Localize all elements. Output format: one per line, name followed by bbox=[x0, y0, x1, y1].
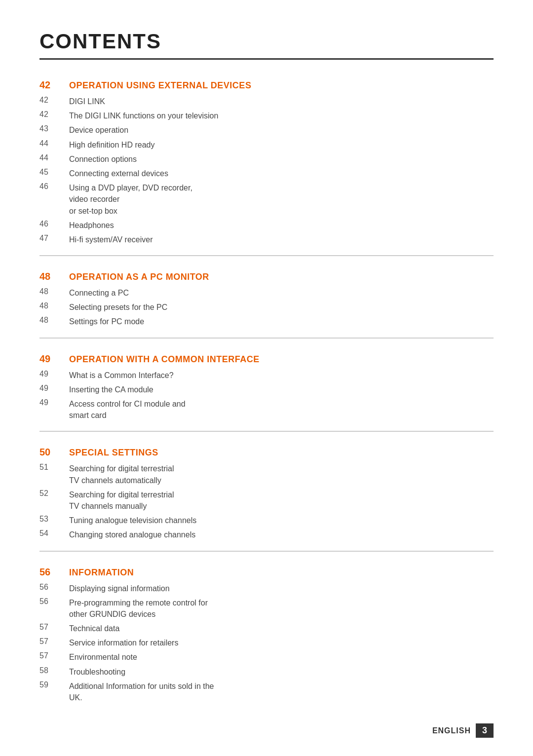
entry-number: 53 bbox=[39, 515, 59, 524]
entry-text: Connection options bbox=[69, 153, 137, 165]
entry-number: 56 bbox=[39, 583, 59, 592]
toc-entry: 51Searching for digital terrestrial TV c… bbox=[39, 463, 494, 486]
entry-number: 44 bbox=[39, 139, 59, 148]
section-number: 48 bbox=[39, 271, 59, 282]
toc-entry: 58Troubleshooting bbox=[39, 666, 494, 678]
entry-number: 56 bbox=[39, 597, 59, 606]
page-container: CONTENTS 42OPERATION USING EXTERNAL DEVI… bbox=[0, 0, 533, 756]
toc-entry: 56Pre-programming the remote control for… bbox=[39, 597, 494, 620]
entry-text: Searching for digital terrestrial TV cha… bbox=[69, 489, 174, 512]
toc-entry: 44High definition HD ready bbox=[39, 139, 494, 151]
section-title: OPERATION AS A PC MONITOR bbox=[69, 272, 209, 282]
entry-text: Service information for retailers bbox=[69, 637, 178, 648]
section-title: OPERATION WITH A COMMON INTERFACE bbox=[69, 354, 260, 365]
footer: ENGLISH 3 bbox=[432, 723, 494, 738]
page-title: CONTENTS bbox=[39, 30, 494, 60]
entry-text: Connecting a PC bbox=[69, 287, 129, 299]
entry-number: 57 bbox=[39, 637, 59, 646]
entry-text: High definition HD ready bbox=[69, 139, 154, 151]
section-section-common-interface: 49OPERATION WITH A COMMON INTERFACE49Wha… bbox=[39, 353, 494, 432]
toc-entries: 56Displaying signal information56Pre-pro… bbox=[39, 583, 494, 704]
toc-entry: 56Displaying signal information bbox=[39, 583, 494, 594]
toc-entry: 45Connecting external devices bbox=[39, 168, 494, 179]
entry-text: Hi-fi system/AV receiver bbox=[69, 234, 153, 245]
toc-entry: 57Service information for retailers bbox=[39, 637, 494, 648]
toc-entry: 52Searching for digital terrestrial TV c… bbox=[39, 489, 494, 512]
section-header: 48OPERATION AS A PC MONITOR bbox=[39, 271, 494, 282]
section-number: 50 bbox=[39, 447, 59, 458]
entry-number: 42 bbox=[39, 96, 59, 105]
section-header: 56INFORMATION bbox=[39, 567, 494, 578]
section-section-external-devices: 42OPERATION USING EXTERNAL DEVICES42DIGI… bbox=[39, 79, 494, 256]
footer-language: ENGLISH bbox=[432, 726, 471, 735]
section-number: 56 bbox=[39, 567, 59, 578]
entry-number: 44 bbox=[39, 153, 59, 162]
entry-number: 46 bbox=[39, 182, 59, 191]
entry-number: 49 bbox=[39, 398, 59, 407]
toc-entries: 51Searching for digital terrestrial TV c… bbox=[39, 463, 494, 540]
entry-text: Selecting presets for the PC bbox=[69, 302, 167, 313]
toc-entry: 53Tuning analogue television channels bbox=[39, 515, 494, 526]
entry-number: 48 bbox=[39, 316, 59, 325]
entry-number: 42 bbox=[39, 110, 59, 119]
entry-text: Access control for CI module and smart c… bbox=[69, 398, 186, 421]
toc-entry: 43Device operation bbox=[39, 124, 494, 136]
entry-number: 54 bbox=[39, 529, 59, 538]
entry-number: 52 bbox=[39, 489, 59, 498]
section-section-information: 56INFORMATION56Displaying signal informa… bbox=[39, 567, 494, 704]
section-number: 49 bbox=[39, 353, 59, 365]
entry-text: Changing stored analogue channels bbox=[69, 529, 195, 540]
section-header: 42OPERATION USING EXTERNAL DEVICES bbox=[39, 79, 494, 91]
entry-text: Settings for PC mode bbox=[69, 316, 144, 327]
entry-text: Device operation bbox=[69, 124, 128, 136]
footer-page-number: 3 bbox=[476, 723, 494, 738]
toc-entry: 49Access control for CI module and smart… bbox=[39, 398, 494, 421]
toc-entry: 42The DIGI LINK functions on your televi… bbox=[39, 110, 494, 121]
entry-number: 43 bbox=[39, 124, 59, 133]
section-title: OPERATION USING EXTERNAL DEVICES bbox=[69, 80, 251, 91]
entry-text: Pre-programming the remote control for o… bbox=[69, 597, 208, 620]
toc-entry: 49What is a Common Interface? bbox=[39, 370, 494, 381]
entry-number: 48 bbox=[39, 302, 59, 310]
toc-entry: 57Technical data bbox=[39, 623, 494, 634]
entry-text: Troubleshooting bbox=[69, 666, 125, 678]
section-title: SPECIAL SETTINGS bbox=[69, 448, 158, 458]
entry-number: 59 bbox=[39, 680, 59, 689]
entry-number: 46 bbox=[39, 220, 59, 228]
toc-entry: 46Using a DVD player, DVD recorder, vide… bbox=[39, 182, 494, 217]
entry-text: Searching for digital terrestrial TV cha… bbox=[69, 463, 174, 486]
toc-entry: 54Changing stored analogue channels bbox=[39, 529, 494, 540]
entry-number: 58 bbox=[39, 666, 59, 675]
toc-entry: 48Settings for PC mode bbox=[39, 316, 494, 327]
entry-text: Environmental note bbox=[69, 651, 137, 663]
section-number: 42 bbox=[39, 79, 59, 91]
toc-entry: 42DIGI LINK bbox=[39, 96, 494, 107]
toc-entries: 42DIGI LINK42The DIGI LINK functions on … bbox=[39, 96, 494, 245]
section-divider bbox=[39, 431, 494, 432]
entry-number: 49 bbox=[39, 370, 59, 378]
entry-text: Headphones bbox=[69, 220, 114, 231]
toc-entry: 47Hi-fi system/AV receiver bbox=[39, 234, 494, 245]
entry-number: 57 bbox=[39, 623, 59, 632]
entry-number: 57 bbox=[39, 651, 59, 660]
section-title: INFORMATION bbox=[69, 567, 134, 578]
entry-text: Displaying signal information bbox=[69, 583, 170, 594]
entry-number: 45 bbox=[39, 168, 59, 177]
toc-entry: 44Connection options bbox=[39, 153, 494, 165]
entry-text: Connecting external devices bbox=[69, 168, 168, 179]
toc-entry: 49Inserting the CA module bbox=[39, 384, 494, 395]
entry-text: Tuning analogue television channels bbox=[69, 515, 196, 526]
section-section-pc-monitor: 48OPERATION AS A PC MONITOR48Connecting … bbox=[39, 271, 494, 339]
entry-number: 47 bbox=[39, 234, 59, 243]
sections-container: 42OPERATION USING EXTERNAL DEVICES42DIGI… bbox=[39, 79, 494, 703]
section-divider bbox=[39, 338, 494, 339]
entry-number: 49 bbox=[39, 384, 59, 393]
section-header: 49OPERATION WITH A COMMON INTERFACE bbox=[39, 353, 494, 365]
entry-text: Technical data bbox=[69, 623, 119, 634]
entry-number: 48 bbox=[39, 287, 59, 296]
toc-entry: 59Additional Information for units sold … bbox=[39, 680, 494, 703]
section-divider bbox=[39, 551, 494, 552]
section-header: 50SPECIAL SETTINGS bbox=[39, 447, 494, 458]
entry-text: The DIGI LINK functions on your televisi… bbox=[69, 110, 218, 121]
entry-number: 51 bbox=[39, 463, 59, 472]
